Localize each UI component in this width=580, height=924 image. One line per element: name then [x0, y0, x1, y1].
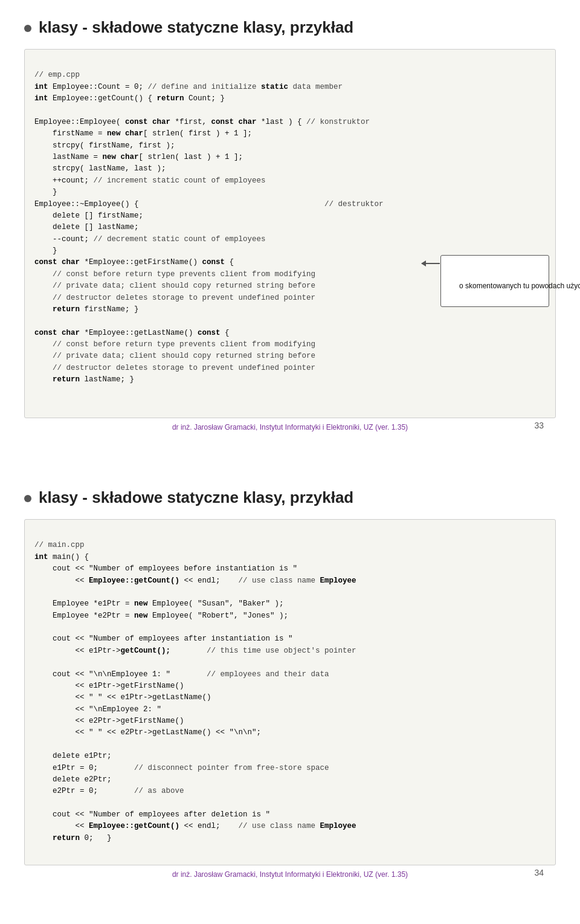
code-comment: // emp.cpp — [34, 71, 80, 79]
annotation-box: o skomentowanych tu powodach użycia cons… — [440, 255, 549, 307]
slide-2-footer: dr inż. Jarosław Gramacki, Instytut Info… — [24, 865, 556, 882]
bullet-icon — [24, 25, 31, 32]
slide-2: klasy - składowe statyczne klasy, przykł… — [0, 470, 580, 924]
annotation-arrow — [422, 263, 440, 264]
bullet-icon-2 — [24, 495, 31, 502]
slide-1-title: klasy - składowe statyczne klasy, przykł… — [24, 18, 556, 37]
slide-1-footer: dr inż. Jarosław Gramacki, Instytut Info… — [24, 418, 556, 435]
slide-1: klasy - składowe statyczne klasy, przykł… — [0, 0, 580, 459]
slide-2-code: // main.cpp int main() { cout << "Number… — [24, 519, 556, 865]
annotation-text: o skomentowanych tu powodach użycia cons… — [459, 282, 580, 290]
slide-2-title: klasy - składowe statyczne klasy, przykł… — [24, 488, 556, 507]
slide-1-code: // emp.cpp int Employee::Count = 0; // d… — [24, 49, 556, 418]
